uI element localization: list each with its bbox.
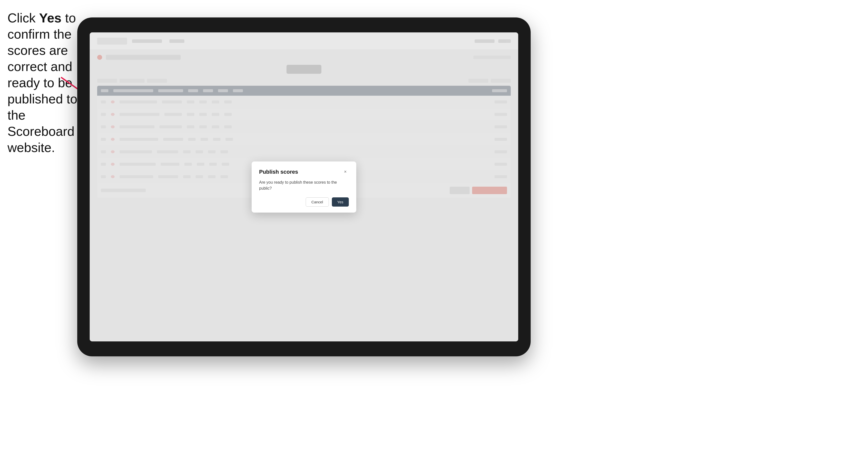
cancel-button[interactable]: Cancel: [306, 197, 329, 207]
publish-scores-dialog: Publish scores × Are you ready to publis…: [252, 161, 356, 213]
modal-overlay: Publish scores × Are you ready to publis…: [90, 32, 518, 341]
modal-body-text: Are you ready to publish these scores to…: [259, 180, 349, 191]
instruction-text: Click Yes to confirm the scores are corr…: [7, 10, 80, 156]
tablet-screen: Publish scores × Are you ready to publis…: [90, 32, 518, 341]
app-background: Publish scores × Are you ready to publis…: [90, 32, 518, 341]
modal-actions: Cancel Yes: [259, 197, 349, 207]
modal-title: Publish scores: [259, 169, 298, 175]
modal-title-row: Publish scores ×: [259, 168, 349, 176]
yes-button[interactable]: Yes: [332, 197, 349, 207]
tablet-device: Publish scores × Are you ready to publis…: [77, 18, 531, 356]
modal-close-button[interactable]: ×: [342, 168, 349, 176]
